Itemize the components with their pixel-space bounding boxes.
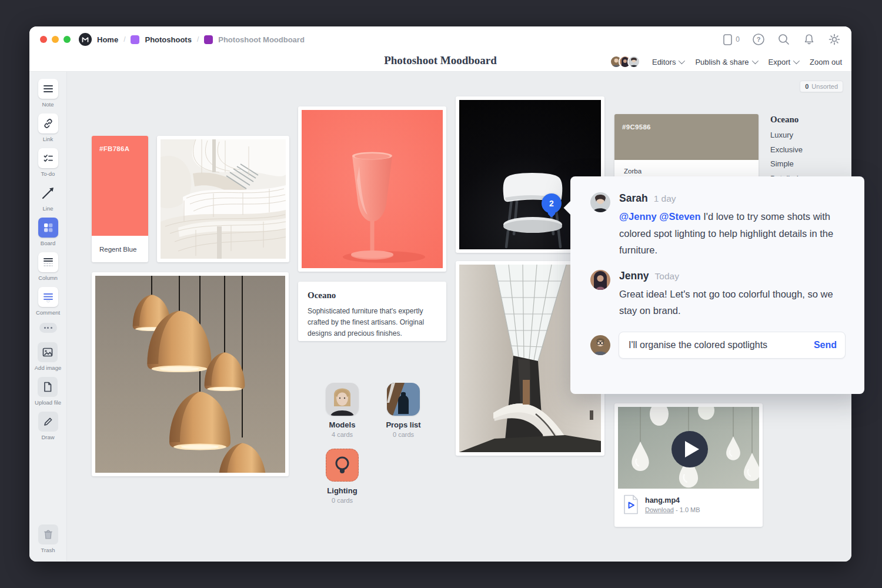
unsorted-badge[interactable]: 0 Unsorted xyxy=(800,81,843,92)
breadcrumb-current: Photoshoot Moodboard xyxy=(218,35,305,44)
column-icon xyxy=(38,252,58,272)
comment: Sarah 1 day @Jenny @Steven I'd love to t… xyxy=(590,192,846,259)
line-arrow-icon xyxy=(38,183,58,203)
more-icon xyxy=(44,327,46,329)
comment-pin[interactable]: 2 xyxy=(542,193,562,213)
more-tools-button[interactable] xyxy=(39,323,57,333)
note-body: Sophisticated furniture that's expertly … xyxy=(308,306,437,339)
board-name: Models xyxy=(312,420,373,429)
search-icon xyxy=(777,33,790,46)
tool-label: Line xyxy=(43,205,54,212)
gear-icon xyxy=(828,33,841,46)
props-board-thumbnail xyxy=(387,383,420,416)
note-title: Oceano xyxy=(308,290,437,300)
moodboard-board-icon xyxy=(204,35,213,44)
keyword-item: Luxury xyxy=(770,131,847,139)
window-controls xyxy=(40,36,71,43)
photoshoots-board-icon[interactable] xyxy=(131,35,139,44)
color-swatch-card-coral[interactable]: #FB786A Regent Blue xyxy=(92,136,148,262)
mobile-uploads-count: 0 xyxy=(736,35,740,44)
board-props-list[interactable]: Props list 0 cards xyxy=(373,383,434,438)
breadcrumb-separator: / xyxy=(123,35,125,44)
zoom-out-button[interactable]: Zoom out xyxy=(810,58,842,66)
svg-text:?: ? xyxy=(757,36,761,43)
tool-upload-file[interactable]: Upload file xyxy=(35,377,61,406)
video-file-icon xyxy=(623,495,639,514)
board-models[interactable]: Models 4 cards xyxy=(312,383,373,438)
tool-board[interactable]: Board xyxy=(38,218,58,246)
tool-note[interactable]: Note xyxy=(38,79,58,108)
export-menu[interactable]: Export xyxy=(769,58,799,66)
bell-icon xyxy=(803,33,816,46)
breadcrumb-photoshoots[interactable]: Photoshoots xyxy=(145,35,191,44)
breadcrumb-home[interactable]: Home xyxy=(97,35,118,44)
mention-links[interactable]: @Jenny @Steven xyxy=(619,211,701,222)
chevron-down-icon xyxy=(793,58,800,64)
send-button[interactable]: Send xyxy=(814,340,837,350)
comment-author: Jenny xyxy=(619,270,649,282)
chevron-down-icon xyxy=(751,58,758,64)
publish-share-label: Publish & share xyxy=(695,58,749,66)
color-swatch: #9C9586 xyxy=(614,114,759,160)
download-link[interactable]: Download xyxy=(645,506,674,513)
mobile-uploads-button[interactable]: 0 xyxy=(723,33,740,46)
settings-button[interactable] xyxy=(828,33,841,46)
publish-share-menu[interactable]: Publish & share xyxy=(695,58,756,66)
tool-comment[interactable]: Comment xyxy=(36,287,60,316)
tool-line[interactable]: Line xyxy=(38,183,58,212)
note-card[interactable]: Oceano Sophisticated furniture that's ex… xyxy=(298,282,446,341)
breadcrumb: Home / Photoshoots / Photoshoot Moodboar… xyxy=(79,33,305,46)
video-card[interactable]: hang.mp4 Download - 1.0 MB xyxy=(614,403,763,527)
help-button[interactable]: ? xyxy=(752,33,765,46)
tool-label: Column xyxy=(38,275,58,281)
comment-composer: Send xyxy=(590,332,846,359)
board-name: Props list xyxy=(373,420,434,429)
tool-add-image[interactable]: Add image xyxy=(35,342,61,371)
tool-label: Comment xyxy=(36,309,60,316)
zoom-window-button[interactable] xyxy=(64,36,71,43)
trash-icon xyxy=(38,524,58,544)
close-window-button[interactable] xyxy=(40,36,47,43)
tool-label: Link xyxy=(43,136,53,142)
trash[interactable]: Trash xyxy=(38,524,58,553)
export-label: Export xyxy=(769,58,791,66)
comment-text: @Jenny @Steven I'd love to try some shot… xyxy=(619,208,837,259)
tool-column[interactable]: Column xyxy=(38,252,58,281)
architecture-image-card[interactable] xyxy=(157,136,289,262)
tool-link[interactable]: Link xyxy=(38,113,58,142)
breadcrumb-separator: / xyxy=(197,35,199,44)
unsorted-label: Unsorted xyxy=(811,83,838,90)
lamps-image-card[interactable] xyxy=(92,272,289,476)
keywords-title: Oceano xyxy=(770,115,847,125)
comment-input[interactable] xyxy=(629,340,814,350)
comment-time: Today xyxy=(655,271,679,282)
comment-text: Great idea! Let's not go too colorful th… xyxy=(619,286,837,319)
tool-todo[interactable]: To-do xyxy=(38,148,58,177)
comment-author: Sarah xyxy=(619,192,648,205)
models-board-thumbnail xyxy=(326,383,359,416)
milanote-logo-icon[interactable] xyxy=(79,33,92,46)
comment: Jenny Today Great idea! Let's not go too… xyxy=(590,270,846,319)
swatch-hex-label: #FB786A xyxy=(92,136,148,152)
tool-draw[interactable]: Draw xyxy=(38,412,58,440)
minimize-window-button[interactable] xyxy=(52,36,59,43)
tool-label: Note xyxy=(42,101,54,108)
notifications-button[interactable] xyxy=(803,33,816,46)
zoom-out-label: Zoom out xyxy=(810,58,842,66)
tool-sidebar: Note Link To-do Line Board xyxy=(29,72,67,562)
video-size: - 1.0 MB xyxy=(676,506,700,513)
upload-file-icon xyxy=(38,377,58,397)
editors-menu[interactable]: Editors xyxy=(652,58,683,66)
titlebar: Home / Photoshoots / Photoshoot Moodboar… xyxy=(29,26,851,52)
search-button[interactable] xyxy=(777,33,790,46)
avatar xyxy=(627,55,640,68)
tool-label: Add image xyxy=(35,365,61,371)
tool-label: Upload file xyxy=(35,399,61,406)
board-lighting[interactable]: Lighting 0 cards xyxy=(312,449,373,504)
keyword-item: Exclusive xyxy=(770,145,847,154)
editor-avatars[interactable] xyxy=(610,55,640,68)
phone-icon xyxy=(723,33,733,46)
coral-glass-image-card[interactable] xyxy=(298,106,446,272)
swatch-name-label: Zorba xyxy=(624,168,642,175)
color-swatch-card-taupe[interactable]: #9C9586 Zorba xyxy=(614,114,759,182)
